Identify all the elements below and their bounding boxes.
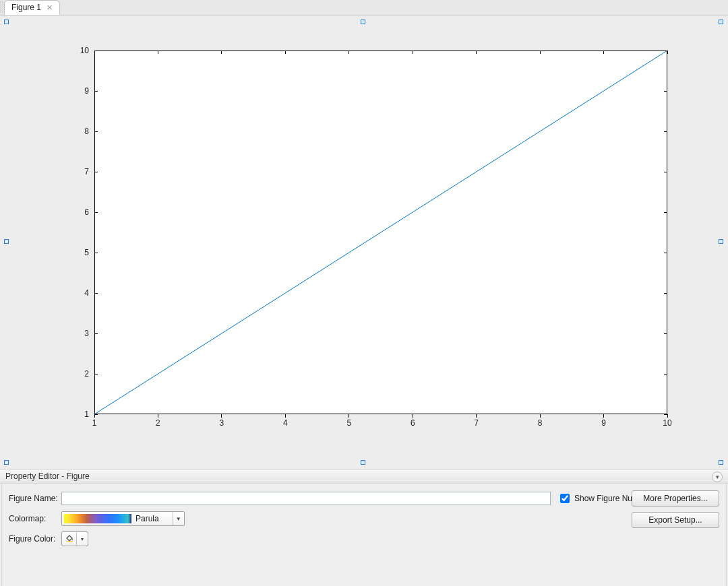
y-tick-label: 7	[69, 167, 89, 176]
y-tick-label: 8	[69, 127, 89, 136]
colormap-dropdown[interactable]: Parula ▼	[61, 511, 185, 526]
tab-label: Figure 1	[11, 3, 41, 12]
x-tick-label: 4	[275, 418, 295, 428]
resize-handle[interactable]	[361, 20, 365, 24]
y-tick-label: 4	[69, 288, 89, 298]
chevron-down-icon: ▾	[76, 532, 88, 546]
paint-bucket-icon	[65, 533, 74, 545]
colormap-label: Colormap:	[9, 514, 61, 523]
x-tick-label: 9	[594, 418, 614, 428]
show-figure-number-input[interactable]	[560, 494, 570, 503]
x-tick-label: 5	[339, 418, 359, 428]
y-tick-label: 6	[69, 207, 89, 217]
x-tick-label: 1	[84, 418, 104, 428]
plot-box[interactable]	[94, 51, 667, 414]
x-tick-label: 6	[402, 418, 423, 428]
y-tick-label: 9	[69, 86, 89, 96]
y-tick-label: 5	[69, 248, 89, 257]
y-tick-label: 1	[69, 410, 89, 419]
resize-handle[interactable]	[4, 239, 9, 244]
panel-body: Figure Name: Show Figure Number Colormap…	[1, 484, 727, 586]
resize-handle[interactable]	[719, 239, 723, 244]
resize-handle[interactable]	[719, 20, 723, 24]
x-tick-label: 3	[212, 418, 232, 428]
panel-title: Property Editor - Figure	[5, 471, 90, 481]
x-tick-label: 10	[657, 418, 677, 428]
resize-handle[interactable]	[4, 460, 9, 465]
colormap-swatch	[64, 514, 131, 523]
resize-handle[interactable]	[361, 460, 365, 465]
figure-name-input[interactable]	[61, 492, 551, 505]
figure-color-button[interactable]: ▾	[61, 531, 88, 546]
y-tick-label: 10	[69, 46, 89, 55]
property-editor-panel: Property Editor - Figure ▾ Figure Name: …	[0, 469, 728, 586]
y-tick-label: 3	[69, 329, 89, 338]
figure-name-label: Figure Name:	[9, 494, 61, 503]
more-properties-button[interactable]: More Properties...	[632, 490, 719, 507]
x-tick-label: 7	[466, 418, 487, 428]
y-tick-label: 2	[69, 369, 89, 379]
figure-canvas[interactable]: 1234567891012345678910	[0, 15, 728, 469]
x-tick-label: 2	[148, 418, 168, 428]
axes[interactable]: 1234567891012345678910	[81, 51, 667, 428]
figure-color-label: Figure Color:	[9, 534, 61, 544]
export-setup-button[interactable]: Export Setup...	[632, 512, 719, 528]
tab-figure-1[interactable]: Figure 1 ✕	[4, 0, 60, 15]
svg-rect-0	[66, 541, 73, 542]
close-icon[interactable]: ✕	[45, 4, 54, 11]
resize-handle[interactable]	[4, 20, 9, 24]
resize-handle[interactable]	[719, 460, 723, 465]
chevron-down-icon: ▼	[173, 512, 184, 525]
tab-bar: Figure 1 ✕	[0, 0, 728, 15]
collapse-button[interactable]: ▾	[712, 471, 723, 482]
x-tick-label: 8	[530, 418, 550, 428]
colormap-selected: Parula	[135, 514, 173, 523]
panel-title-bar: Property Editor - Figure ▾	[0, 469, 728, 484]
